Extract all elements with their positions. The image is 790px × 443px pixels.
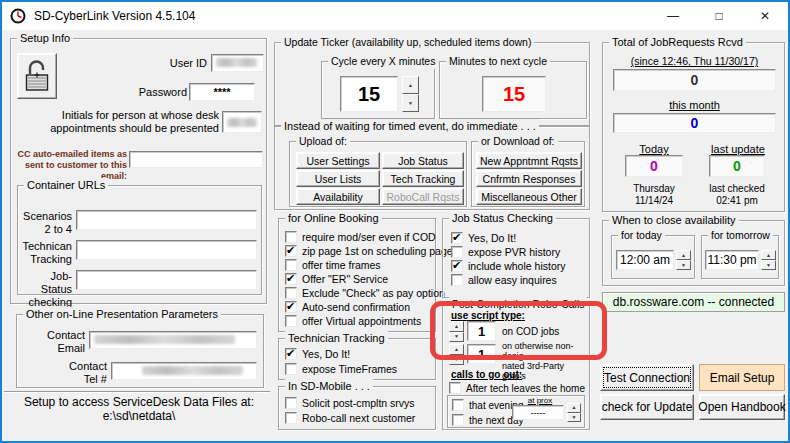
initials-input[interactable] <box>222 111 262 133</box>
spin-down-icon[interactable] <box>567 413 581 423</box>
checkbox-box[interactable] <box>285 315 297 327</box>
checkbox-label: After tech leaves the home <box>466 383 585 394</box>
checkbox-box[interactable] <box>451 260 463 272</box>
password-input[interactable]: **** <box>189 83 255 101</box>
script-type-cod-value[interactable]: 1 <box>467 321 496 341</box>
checkbox-box[interactable] <box>285 412 297 424</box>
spin-up-icon[interactable] <box>761 250 776 260</box>
checkbox-offer-er-service[interactable]: Offer "ER" Service <box>285 273 388 285</box>
sd-mobile-title: In SD-Mobile . . . <box>285 379 373 394</box>
download-misc-button[interactable]: Miscellaneous Other <box>476 188 582 205</box>
spin-down-icon[interactable] <box>761 260 776 270</box>
checkbox-robo-call-next[interactable]: Robo-call next customer <box>285 412 415 424</box>
minimize-button[interactable]: — <box>650 2 696 30</box>
checkbox-label: offer Virtual appointments <box>302 315 421 327</box>
script-type-3rdparty-value[interactable]: 1 <box>467 344 496 364</box>
checkbox-box[interactable] <box>285 397 297 409</box>
at-prox-value[interactable]: ----- <box>512 405 564 420</box>
maximize-button[interactable]: □ <box>696 2 742 30</box>
checkbox-offer-time-frames[interactable]: offer time frames <box>285 259 381 271</box>
checkbox-solicit-surveys[interactable]: Solicit post-cmpltn srvys <box>285 397 415 409</box>
last-checked-time: 02:41 pm <box>697 195 777 206</box>
upload-user-lists-button[interactable]: User Lists <box>296 170 380 187</box>
close-today-time[interactable]: 12:00 am <box>616 250 674 270</box>
spin-down-icon[interactable] <box>676 260 691 270</box>
upload-group: Upload of: User Settings Job Status User… <box>289 141 467 207</box>
test-connection-button[interactable]: Test Connection <box>600 364 694 391</box>
checkbox-tech-yes-do-it[interactable]: Yes, Do It! <box>285 348 350 360</box>
user-id-input[interactable] <box>211 54 264 72</box>
checkbox-box[interactable] <box>451 246 463 258</box>
upload-user-settings-button[interactable]: User Settings <box>296 152 380 169</box>
job-requests-total-title: Total of JobRequests Rcvd <box>609 35 746 50</box>
checkbox-zip-page-first[interactable]: zip page 1st on scheduling page <box>285 245 453 257</box>
checkbox-box[interactable] <box>452 414 464 426</box>
cc-email-input[interactable] <box>129 151 263 168</box>
checkbox-box[interactable] <box>285 245 297 257</box>
checkbox-offer-virtual[interactable]: offer Virtual appointments <box>285 315 421 327</box>
online-booking-group: for Online Booking require mod/ser even … <box>278 218 436 332</box>
cycle-minutes-value[interactable]: 15 <box>340 76 398 112</box>
checkbox-jsc-yes-do-it[interactable]: Yes, Do It! <box>451 232 516 244</box>
close-today-spinner[interactable] <box>676 250 691 270</box>
spin-down-icon[interactable] <box>449 355 464 366</box>
check-for-update-button[interactable]: check for Update <box>600 394 694 420</box>
checkbox-require-modser[interactable]: require mod/ser even if COD <box>285 231 436 243</box>
checkbox-box[interactable] <box>285 231 297 243</box>
checkbox-box[interactable] <box>285 273 297 285</box>
spin-up-icon[interactable] <box>676 250 691 260</box>
checkbox-box[interactable] <box>285 348 297 360</box>
checkbox-expose-pvr[interactable]: expose PVR history <box>451 246 560 258</box>
checkbox-label: Robo-call next customer <box>302 412 415 424</box>
scenarios-url-input[interactable] <box>76 210 257 230</box>
checkbox-exclude-check[interactable]: Exclude "Check" as pay option <box>285 287 445 299</box>
close-tomorrow-time[interactable]: 11:30 pm <box>705 250 759 270</box>
checkbox-label: allow easy inquires <box>468 274 557 286</box>
checkbox-auto-send-confirmation[interactable]: Auto-send confirmation <box>285 301 410 313</box>
robo-calls-group: Post-Completion Robo-Calls use script ty… <box>442 304 590 430</box>
checkbox-box[interactable] <box>285 363 297 375</box>
script-cod-spinner[interactable] <box>449 321 464 342</box>
upload-job-status-button[interactable]: Job Status <box>382 152 464 169</box>
contact-email-label: Contact Email <box>17 329 85 355</box>
contact-tel-input[interactable] <box>111 362 257 380</box>
download-new-appntmnt-button[interactable]: New Appntmnt Rqsts <box>476 152 582 169</box>
checkbox-box[interactable] <box>452 399 464 411</box>
close-tomorrow-spinner[interactable] <box>761 250 776 270</box>
email-setup-button[interactable]: Email Setup <box>699 364 785 391</box>
close-button[interactable]: ✕ <box>742 2 788 30</box>
redacted-value <box>227 118 257 127</box>
spin-up-icon[interactable] <box>567 403 581 413</box>
checkbox-box[interactable] <box>285 259 297 271</box>
job-status-checking-group: Job Status Checking Yes, Do It! expose P… <box>442 218 590 298</box>
at-prox-spinner[interactable] <box>567 403 581 422</box>
upload-tech-tracking-button[interactable]: Tech Tracking <box>382 170 464 187</box>
checkbox-box[interactable] <box>285 287 297 299</box>
checkbox-box[interactable] <box>285 301 297 313</box>
technician-tracking-url-input[interactable] <box>76 240 257 260</box>
spin-down-icon[interactable] <box>449 332 464 343</box>
spin-up-icon[interactable] <box>449 344 464 355</box>
cycle-minutes-group: Cycle every X minutes 15 <box>321 61 435 119</box>
upload-robocall-rqsts-button: RoboCall Rqsts <box>382 188 464 205</box>
checkbox-include-history[interactable]: include whole history <box>451 260 565 272</box>
spin-up-icon[interactable] <box>402 76 419 94</box>
checkbox-box[interactable] <box>451 274 463 286</box>
upload-availability-button[interactable]: Availability <box>296 188 380 205</box>
script-3rdparty-spinner[interactable] <box>449 344 464 365</box>
spin-down-icon[interactable] <box>402 94 419 112</box>
checkbox-after-tech-leaves[interactable]: After tech leaves the home <box>449 382 585 394</box>
spin-up-icon[interactable] <box>449 321 464 332</box>
checkbox-box[interactable] <box>449 382 461 394</box>
contact-email-input[interactable] <box>89 331 257 349</box>
open-handbook-button[interactable]: Open Handbook <box>699 394 785 420</box>
checkbox-box[interactable] <box>451 232 463 244</box>
job-status-url-input[interactable] <box>76 270 257 290</box>
checkbox-label: Yes, Do It! <box>468 232 516 244</box>
cycle-minutes-spinner[interactable] <box>402 76 419 112</box>
checkbox-label: zip page 1st on scheduling page <box>302 245 453 257</box>
checkbox-allow-easy-inquires[interactable]: allow easy inquires <box>451 274 557 286</box>
download-cnfrmtn-button[interactable]: Cnfrmtn Responses <box>476 170 582 187</box>
checkbox-label: require mod/ser even if COD <box>302 231 436 243</box>
checkbox-expose-timeframes[interactable]: expose TimeFrames <box>285 363 397 375</box>
